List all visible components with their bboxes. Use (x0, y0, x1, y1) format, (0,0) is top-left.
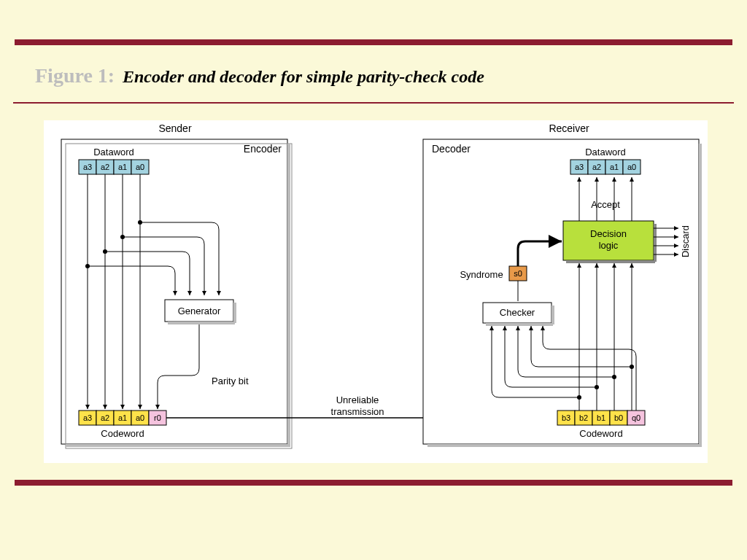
svg-text:a2: a2 (101, 413, 109, 422)
svg-text:r0: r0 (154, 413, 161, 422)
slide-page: Figure 1: Encoder and decoder for simple… (0, 0, 747, 560)
title-underline (13, 102, 734, 104)
svg-text:a2: a2 (101, 163, 109, 171)
decision-logic-2: logic (599, 240, 619, 251)
receiver-codeword-bits: b3 b2 b1 b0 q0 (557, 411, 645, 425)
svg-text:b0: b0 (614, 413, 623, 422)
parity-check-diagram: Sender Encoder Dataword a3 a2 a1 a0 (44, 120, 708, 463)
accept-label: Accept (591, 199, 620, 210)
channel-label-1: Unreliable (336, 394, 379, 405)
svg-text:a2: a2 (592, 163, 601, 171)
sender-title: Sender (158, 122, 191, 134)
sender-dataword-label: Dataword (93, 147, 134, 158)
svg-rect-22 (168, 322, 235, 324)
generator-box: Generator (178, 306, 221, 316)
svg-text:a0: a0 (136, 163, 144, 171)
svg-text:a3: a3 (83, 413, 92, 422)
syndrome-label: Syndrome (460, 269, 503, 280)
svg-rect-21 (233, 303, 236, 323)
svg-rect-2 (287, 144, 290, 447)
svg-text:b3: b3 (562, 413, 570, 422)
svg-text:a1: a1 (118, 413, 127, 422)
svg-rect-35 (699, 144, 702, 447)
top-rule (15, 39, 732, 45)
receiver-codeword-label: Codeword (579, 428, 622, 439)
bottom-rule (15, 480, 732, 486)
channel-label-2: transmission (331, 406, 384, 417)
sender-codeword-label: Codeword (101, 428, 144, 439)
receiver-dataword-label: Dataword (585, 147, 626, 158)
decision-logic-1: Decision (590, 228, 627, 239)
syndrome-bit: s0 (514, 269, 522, 278)
svg-rect-46 (654, 224, 657, 262)
figure-number: Figure 1: (35, 64, 115, 88)
parity-bit-label: Parity bit (212, 376, 249, 386)
svg-rect-36 (427, 444, 702, 447)
encoder-label: Encoder (244, 143, 282, 155)
sender-dataword-bits: a3 a2 a1 a0 (79, 160, 149, 174)
decoder-label: Decoder (432, 143, 471, 155)
svg-text:b1: b1 (597, 413, 605, 422)
svg-rect-34 (423, 139, 699, 444)
svg-text:q0: q0 (632, 413, 640, 422)
receiver-dataword-bits: a3 a2 a1 a0 (570, 160, 640, 174)
svg-rect-47 (566, 260, 655, 263)
svg-rect-3 (66, 444, 290, 447)
svg-text:a1: a1 (610, 163, 619, 171)
svg-rect-0 (61, 139, 287, 444)
svg-text:a3: a3 (83, 163, 92, 171)
svg-rect-60 (486, 323, 553, 326)
discard-label: Discard (680, 225, 691, 257)
sender-codeword-bits: a3 a2 a1 a0 r0 (79, 411, 166, 425)
svg-text:a1: a1 (118, 163, 127, 171)
figure-caption: Encoder and decoder for simple parity-ch… (123, 67, 484, 87)
checker-box: Checker (500, 307, 535, 318)
svg-text:a0: a0 (627, 163, 636, 171)
svg-text:a0: a0 (136, 413, 144, 422)
receiver-title: Receiver (549, 122, 589, 134)
svg-rect-59 (551, 306, 554, 324)
svg-text:a3: a3 (575, 163, 584, 171)
svg-text:b2: b2 (579, 413, 588, 422)
